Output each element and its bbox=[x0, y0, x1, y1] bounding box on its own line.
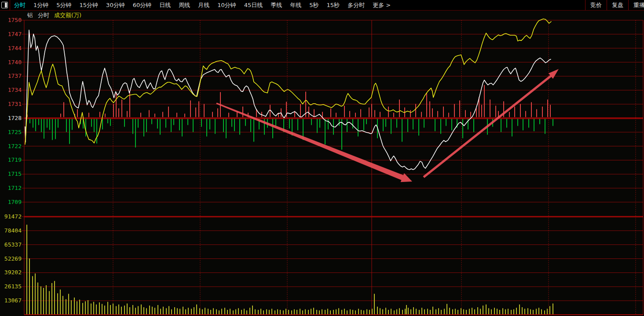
volume-axis-label: 91472 bbox=[4, 213, 22, 220]
volume-axis-label: 52269 bbox=[4, 255, 22, 262]
price-axis-label: 1715 bbox=[8, 171, 22, 177]
price-axis-label: 1725 bbox=[8, 129, 22, 135]
price-axis-label: 1722 bbox=[8, 143, 22, 149]
price-axis-label: 1731 bbox=[8, 101, 22, 107]
chart-canvas: 1750174717441740173717341731172817251722… bbox=[0, 0, 644, 316]
price-axis-label: 1734 bbox=[8, 87, 22, 93]
price-axis-label: 1737 bbox=[8, 73, 22, 79]
indicator-label[interactable]: 成交额(万) bbox=[54, 11, 81, 19]
price-line bbox=[25, 30, 551, 170]
price-axis-label: 1719 bbox=[8, 156, 22, 163]
volume-axis-label: 65337 bbox=[4, 241, 22, 248]
chart-header: 铝 分时 成交额(万) bbox=[27, 11, 81, 19]
price-axis-label: 1709 bbox=[8, 199, 22, 205]
volume-axis-label: 39202 bbox=[4, 269, 22, 276]
price-axis-label: 1712 bbox=[8, 185, 22, 191]
price-axis-label: 1728 bbox=[8, 115, 22, 121]
overlay-line bbox=[25, 19, 551, 145]
period-label: 分时 bbox=[38, 11, 49, 19]
volume-axis-label: 13067 bbox=[4, 297, 22, 304]
trend-arrow-up bbox=[423, 69, 559, 178]
price-axis-label: 1744 bbox=[8, 45, 22, 51]
instrument-name: 铝 bbox=[27, 11, 33, 19]
volume-axis-label: 78404 bbox=[4, 227, 22, 234]
app-window: 分时1分钟5分钟15分钟30分钟60分钟日线周线月线10分钟45日线季线年线5秒… bbox=[0, 0, 644, 316]
volume-axis-label: 26135 bbox=[4, 283, 22, 290]
price-axis-label: 1747 bbox=[8, 31, 22, 37]
volume-gridlines: 91472784046533752269392022613513067 bbox=[4, 213, 643, 315]
price-axis-label: 1750 bbox=[8, 17, 22, 23]
price-axis-label: 1740 bbox=[8, 59, 22, 65]
